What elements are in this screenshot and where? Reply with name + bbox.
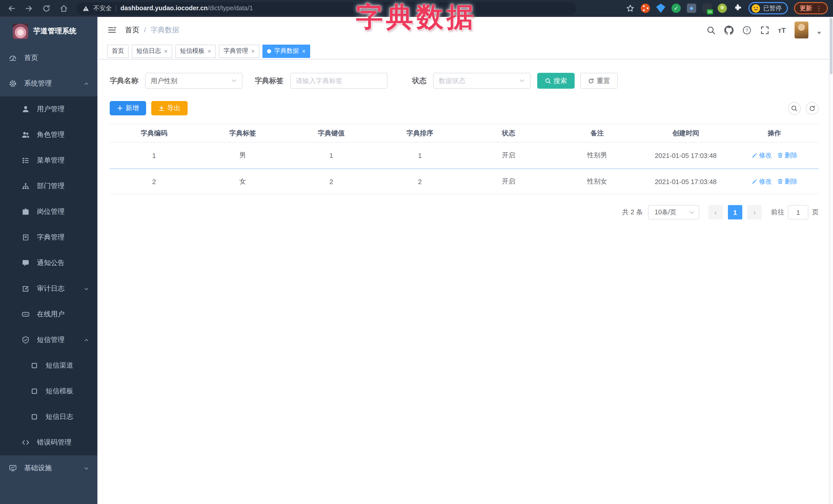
sidebar-item-label: 字典管理 [37, 233, 65, 242]
tab-label: 字典管理 [223, 47, 248, 55]
sidebar-item-sms-management[interactable]: 短信管理 [0, 327, 97, 353]
extension-icon[interactable] [718, 4, 727, 13]
status-select[interactable]: 数据状态 [433, 73, 530, 89]
delete-link[interactable]: 删除 [777, 177, 798, 186]
cell-code: 2 [110, 178, 198, 185]
extension-icon[interactable]: ✓ [671, 4, 681, 13]
export-button[interactable]: 导出 [151, 101, 188, 115]
reset-button[interactable]: 重置 [580, 73, 618, 89]
sidebar-item-dict-management[interactable]: 字典管理 [0, 224, 97, 250]
security-label[interactable]: 不安全 [93, 4, 112, 13]
sidebar-item-infrastructure[interactable]: 基础设施 [0, 455, 97, 481]
edit-link[interactable]: 修改 [751, 151, 772, 160]
toggle-search-button[interactable] [788, 102, 801, 115]
avatar-caret-icon[interactable] [817, 32, 821, 34]
fullscreen-icon[interactable] [760, 25, 769, 34]
home-icon[interactable] [60, 4, 68, 13]
main-area: 首页 / 字典数据 ? тT 首页 短信日志× 短信模板× 字典管理× 字典数据… [99, 17, 829, 504]
add-button[interactable]: 新增 [110, 101, 146, 115]
dict-name-select[interactable]: 用户性别 [145, 73, 242, 89]
refresh-table-button[interactable] [806, 102, 819, 115]
sidebar-item-system-management[interactable]: 系统管理 [0, 71, 97, 96]
app-logo[interactable]: 芋道管理系统 [0, 17, 97, 45]
sidebar-item-user-management[interactable]: 用户管理 [0, 96, 97, 122]
sidebar-item-role-management[interactable]: 角色管理 [0, 122, 97, 148]
pencil-icon [751, 152, 757, 159]
sidebar-item-online-users[interactable]: 在线用户 [0, 302, 97, 327]
forward-icon[interactable] [25, 4, 33, 13]
sidebar-item-audit-log[interactable]: 审计日志 [0, 276, 97, 302]
tab-sms-template[interactable]: 短信模板× [175, 44, 216, 58]
column-header: 字典编码 [110, 128, 198, 138]
table-row[interactable]: 1 男 1 1 开启 性别男 2021-01-05 17:03:48 修改 删除 [110, 143, 819, 168]
tab-dict-management[interactable]: 字典管理× [219, 44, 259, 58]
sidebar-item-announcement[interactable]: 通知公告 [0, 250, 97, 276]
sidebar-item-label: 菜单管理 [37, 156, 65, 165]
table-toolbar: 新增 导出 [110, 101, 819, 115]
back-icon[interactable] [7, 4, 16, 13]
search-button[interactable]: 搜索 [537, 73, 575, 89]
sidebar-item-department-management[interactable]: 部门管理 [0, 173, 97, 199]
page-size-select[interactable]: 10条/页 [648, 205, 699, 219]
cell-sort: 1 [376, 151, 464, 159]
sidebar-item-sms-log[interactable]: 短信日志 [0, 404, 97, 430]
sidebar-item-sms-template[interactable]: 短信模板 [0, 378, 97, 404]
extension-icon[interactable] [641, 4, 650, 13]
chevron-down-icon [84, 465, 89, 471]
goto-page-input[interactable] [788, 205, 808, 219]
close-icon[interactable]: × [164, 48, 168, 54]
close-icon[interactable]: × [302, 48, 306, 54]
sidebar-item-home[interactable]: 首页 [0, 45, 97, 71]
extension-icon[interactable] [656, 4, 665, 13]
current-page-button[interactable]: 1 [728, 205, 742, 219]
sidebar-item-error-code-management[interactable]: 错误码管理 [0, 430, 97, 455]
tab-home[interactable]: 首页 [107, 44, 129, 58]
tab-sms-log[interactable]: 短信日志× [132, 44, 172, 58]
prev-page-button[interactable]: ‹ [709, 205, 723, 219]
edit-link[interactable]: 修改 [751, 177, 772, 186]
trash-icon [777, 152, 783, 159]
next-page-button[interactable]: › [747, 205, 762, 219]
cell-sort: 2 [376, 178, 464, 185]
close-icon[interactable]: × [251, 48, 255, 54]
url-divider [116, 5, 116, 11]
sidebar-item-sms-channel[interactable]: 短信渠道 [0, 353, 97, 378]
table-header-row: 字典编码 字典标签 字典键值 字典排序 状态 备注 创建时间 操作 [110, 124, 819, 143]
page-scrollbar[interactable] [829, 17, 833, 504]
extension-icon[interactable]: ◆ [687, 4, 696, 13]
close-icon[interactable]: × [208, 48, 211, 54]
scrollbar-thumb[interactable] [830, 18, 832, 74]
dict-tag-input[interactable] [290, 73, 387, 89]
column-header: 字典排序 [376, 128, 464, 138]
sidebar-scrollbar[interactable] [97, 17, 99, 504]
chevron-up-icon [84, 337, 89, 343]
browser-update-button[interactable]: 更新 ⋮ [794, 2, 828, 14]
github-icon[interactable] [724, 25, 733, 34]
table-tools [788, 102, 819, 115]
breadcrumb-home[interactable]: 首页 [125, 25, 139, 34]
user-avatar[interactable] [794, 22, 808, 39]
hamburger-icon[interactable] [107, 25, 117, 35]
pagination-total: 共 2 条 [622, 208, 643, 217]
extension-icon[interactable]: on [702, 4, 712, 13]
help-icon[interactable]: ? [742, 25, 751, 34]
page-content: 字典名称 用户性别 字典标签 状态 数据状态 搜索 [99, 59, 829, 219]
search-icon[interactable] [706, 25, 715, 34]
url-text[interactable]: dashboard.yudao.iocoder.cn/dict/type/dat… [120, 5, 253, 12]
address-bar[interactable]: 不安全 dashboard.yudao.iocoder.cn/dict/type… [76, 2, 576, 15]
table-row[interactable]: 2 女 2 2 开启 性别女 2021-01-05 17:03:48 修改 删除 [110, 168, 819, 194]
column-header: 备注 [553, 128, 642, 138]
font-size-icon[interactable]: тT [778, 26, 786, 34]
reload-icon[interactable] [42, 4, 51, 13]
extensions-puzzle-icon[interactable] [733, 4, 742, 13]
delete-link[interactable]: 删除 [777, 151, 798, 160]
browser-menu-icon[interactable]: ⋮ [815, 5, 822, 11]
bookmark-star-icon[interactable] [626, 4, 635, 13]
sidebar-item-menu-management[interactable]: 菜单管理 [0, 148, 97, 173]
browser-extensions: ✓ ◆ on 已暂停 更新 ⋮ [626, 2, 833, 14]
tab-dict-data[interactable]: 字典数据× [262, 44, 310, 58]
sidebar-item-label: 基础设施 [24, 463, 52, 473]
sidebar-item-post-management[interactable]: 岗位管理 [0, 199, 97, 224]
paused-label: 已暂停 [763, 4, 782, 13]
profile-paused-pill[interactable]: 已暂停 [748, 2, 788, 14]
